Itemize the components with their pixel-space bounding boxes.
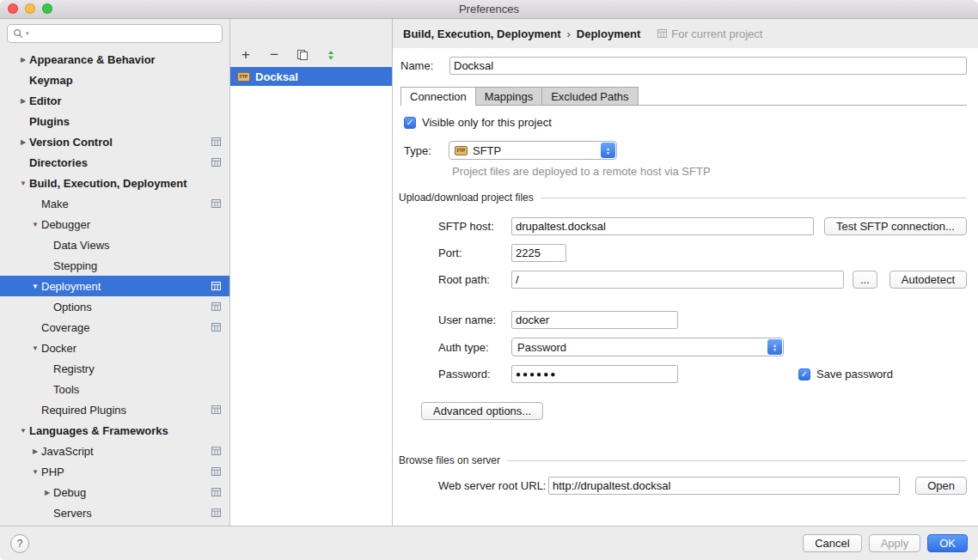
search-icon xyxy=(13,28,23,39)
tree-right-arrow-icon[interactable]: ▶ xyxy=(17,97,29,105)
sidebar-item-label: Build, Execution, Deployment xyxy=(29,177,186,190)
auth-type-label: Auth type: xyxy=(438,341,511,354)
current-project-icon xyxy=(657,29,667,38)
sidebar-item-make[interactable]: Make xyxy=(0,193,229,214)
sidebar-item-required-plugins[interactable]: Required Plugins xyxy=(0,399,229,420)
browse-root-button[interactable]: ... xyxy=(853,271,877,289)
name-row: Name: xyxy=(400,57,967,75)
web-server-root-input[interactable] xyxy=(548,477,900,495)
sidebar-item-label: PHP xyxy=(41,466,64,478)
breadcrumb-item-parent[interactable]: Build, Execution, Deployment xyxy=(403,27,560,40)
sidebar-item-options[interactable]: Options xyxy=(0,296,229,317)
sidebar-item-label: Required Plugins xyxy=(41,404,126,417)
sidebar-item-tools[interactable]: Tools xyxy=(0,379,229,399)
open-button[interactable]: Open xyxy=(915,477,967,495)
search-input[interactable] xyxy=(32,26,217,41)
sftp-host-input[interactable] xyxy=(511,217,814,235)
minimize-button[interactable] xyxy=(25,3,35,14)
sidebar-item-editor[interactable]: ▶Editor xyxy=(0,90,229,111)
section-divider xyxy=(541,198,967,198)
save-password-checkbox[interactable] xyxy=(798,368,810,380)
tree-right-arrow-icon[interactable]: ▶ xyxy=(17,56,29,64)
tree-down-arrow-icon[interactable]: ▼ xyxy=(29,468,41,476)
tab-connection[interactable]: Connection xyxy=(400,87,476,105)
sidebar-item-debug[interactable]: ▶Debug xyxy=(0,482,229,502)
tree-right-arrow-icon[interactable]: ▶ xyxy=(29,447,41,455)
sidebar-item-data-views[interactable]: Data Views xyxy=(0,234,229,255)
cancel-button[interactable]: Cancel xyxy=(803,534,861,552)
sidebar-item-appearance-behavior[interactable]: ▶Appearance & Behavior xyxy=(0,49,229,70)
reorder-servers-button[interactable] xyxy=(324,48,338,62)
sidebar-item-servers[interactable]: Servers xyxy=(0,502,229,523)
footer-buttons: Cancel Apply OK xyxy=(803,534,968,552)
project-settings-icon xyxy=(211,467,221,476)
sidebar-item-debugger[interactable]: ▼Debugger xyxy=(0,214,229,234)
server-item-docksal[interactable]: FTPDocksal xyxy=(230,67,392,86)
copy-server-button[interactable] xyxy=(296,48,309,62)
tab-mappings[interactable]: Mappings xyxy=(475,87,542,105)
ok-button[interactable]: OK xyxy=(927,534,968,552)
project-settings-icon xyxy=(211,199,221,208)
sidebar-item-plugins[interactable]: Plugins xyxy=(0,111,229,131)
root-path-label: Root path: xyxy=(438,273,511,286)
tree-down-arrow-icon[interactable]: ▼ xyxy=(17,180,29,187)
sidebar-item-php[interactable]: ▼PHP xyxy=(0,461,229,482)
server-toolbar: + − xyxy=(230,19,392,67)
port-input[interactable] xyxy=(511,244,566,262)
zoom-button[interactable] xyxy=(42,3,52,14)
root-path-input[interactable] xyxy=(511,271,844,289)
sidebar-item-label: Stepping xyxy=(53,259,97,272)
sidebar-item-label: JavaScript xyxy=(41,445,94,458)
browse-section-header: Browse files on server xyxy=(399,454,967,466)
remove-server-button[interactable]: − xyxy=(267,48,281,62)
auth-type-value: Password xyxy=(517,341,566,354)
sidebar-item-label: Tools xyxy=(53,383,79,396)
sidebar-item-label: Make xyxy=(41,198,69,210)
sidebar-item-stepping[interactable]: Stepping xyxy=(0,255,229,276)
apply-button[interactable]: Apply xyxy=(869,534,921,552)
web-server-root-label: Web server root URL: xyxy=(438,479,548,492)
advanced-options-button[interactable]: Advanced options... xyxy=(421,402,543,420)
sidebar-item-coverage[interactable]: Coverage xyxy=(0,317,229,338)
auth-type-dropdown[interactable]: Password ▲▼ xyxy=(511,338,784,356)
sidebar-item-registry[interactable]: Registry xyxy=(0,358,229,379)
type-dropdown[interactable]: FTP SFTP ▲▼ xyxy=(449,141,617,160)
sidebar-item-languages-frameworks[interactable]: ▼Languages & Frameworks xyxy=(0,420,229,441)
sidebar-item-label: Languages & Frameworks xyxy=(29,424,168,437)
project-settings-icon xyxy=(211,488,221,496)
help-button[interactable]: ? xyxy=(10,534,29,553)
project-settings-icon xyxy=(211,508,221,517)
name-input[interactable] xyxy=(449,57,967,75)
sidebar-item-javascript[interactable]: ▶JavaScript xyxy=(0,441,229,461)
visible-only-row: Visible only for this project xyxy=(404,116,967,129)
sidebar-item-keymap[interactable]: Keymap xyxy=(0,70,229,90)
tree-down-arrow-icon[interactable]: ▼ xyxy=(29,344,41,352)
close-button[interactable] xyxy=(8,3,18,14)
tree-right-arrow-icon[interactable]: ▶ xyxy=(17,138,29,146)
visible-only-checkbox[interactable] xyxy=(404,117,416,129)
search-history-arrow-icon[interactable]: ▾ xyxy=(26,30,29,37)
deployment-form: Name: ConnectionMappingsExcluded Paths V… xyxy=(393,48,978,526)
tree-down-arrow-icon[interactable]: ▼ xyxy=(17,427,29,435)
sftp-server-icon: FTP xyxy=(237,72,250,82)
add-server-button[interactable]: + xyxy=(239,48,253,62)
sidebar-item-build-execution-deployment[interactable]: ▼Build, Execution, Deployment xyxy=(0,173,229,193)
sidebar-item-deployment[interactable]: ▼Deployment xyxy=(0,276,229,296)
password-input[interactable] xyxy=(511,365,678,383)
tree-right-arrow-icon[interactable]: ▶ xyxy=(41,489,53,496)
tab-excluded-paths[interactable]: Excluded Paths xyxy=(541,87,638,105)
search-bar[interactable]: ▾ xyxy=(7,24,223,43)
tree-down-arrow-icon[interactable]: ▼ xyxy=(29,283,41,290)
content: ▾ ▶Appearance & BehaviorKeymap▶EditorPlu… xyxy=(0,19,978,526)
sftp-host-row: SFTP host: Test SFTP connection... xyxy=(438,217,967,235)
sidebar-item-docker[interactable]: ▼Docker xyxy=(0,338,229,358)
test-sftp-connection-button[interactable]: Test SFTP connection... xyxy=(824,217,967,235)
autodetect-button[interactable]: Autodetect xyxy=(889,271,967,289)
sidebar-item-label: Deployment xyxy=(41,280,101,293)
user-name-input[interactable] xyxy=(511,311,678,329)
server-panel: + − FTPDocksal xyxy=(229,19,393,526)
sidebar-item-directories[interactable]: Directories xyxy=(0,152,229,173)
type-label: Type: xyxy=(404,144,449,157)
sidebar-item-version-control[interactable]: ▶Version Control xyxy=(0,131,229,152)
tree-down-arrow-icon[interactable]: ▼ xyxy=(29,221,41,228)
